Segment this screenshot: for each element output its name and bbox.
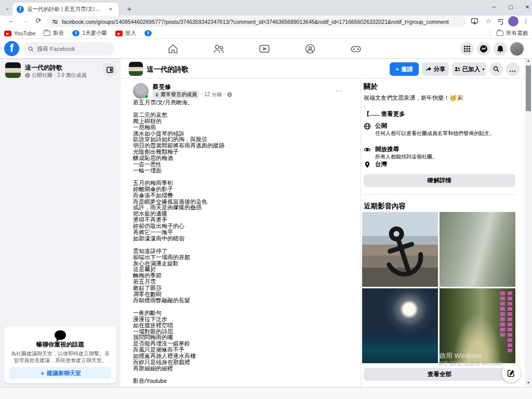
vertical-caption-strip bbox=[500, 291, 505, 338]
video-nav-icon[interactable] bbox=[259, 43, 270, 55]
group-name[interactable]: 這一代的詩歌 bbox=[25, 63, 62, 72]
browser-profile-avatar[interactable] bbox=[508, 16, 518, 26]
member-badge[interactable]: 最常發言的成員 bbox=[153, 90, 199, 99]
facebook-search-input[interactable]: 搜尋 Facebook bbox=[23, 42, 114, 56]
edit-pencil-icon bbox=[507, 369, 515, 377]
public-globe-icon bbox=[364, 123, 371, 130]
bookmark-fb[interactable]: f bbox=[144, 30, 152, 36]
location-pin-icon bbox=[364, 161, 371, 168]
scrollbar-down-arrow[interactable]: ▼ bbox=[525, 381, 532, 384]
collapse-sidebar-button[interactable] bbox=[103, 63, 116, 76]
bookmark-label: 1天廖小蘭 bbox=[82, 30, 107, 37]
notifications-button[interactable] bbox=[494, 42, 507, 56]
poem-line: 若五月霑 bbox=[133, 279, 351, 285]
joined-button[interactable]: 已加入 ▾ bbox=[452, 62, 486, 76]
sidebar-collapse-icon bbox=[107, 66, 113, 73]
privacy-globe-icon bbox=[227, 92, 232, 97]
post-author-name[interactable]: 蔡旻修 bbox=[153, 83, 171, 91]
about-blurb: 祝福文友們文思泉湧，新年快樂！🥳🎉 bbox=[364, 94, 515, 102]
install-app-icon[interactable] bbox=[471, 18, 478, 25]
group-header-title[interactable]: 這一代的詩歌 bbox=[147, 65, 189, 74]
poem-line: 爬上樹枒的 bbox=[133, 118, 351, 125]
poem-line: 這是屬於 bbox=[133, 267, 351, 273]
bookmark-login[interactable]: ▶登入 bbox=[115, 30, 136, 37]
search-icon bbox=[28, 46, 34, 52]
site-settings-icon[interactable] bbox=[52, 19, 58, 25]
poem-line: 妳離開傘的影子 bbox=[133, 187, 351, 193]
group-header-avatar[interactable] bbox=[129, 62, 143, 76]
post-author-avatar[interactable] bbox=[133, 83, 149, 99]
browser-tab-strip: ⌄ f 這一代的詩歌 | 若五月霑/文/月... ✕ + ─ ▢ ✕ bbox=[0, 0, 532, 16]
about-dot: . bbox=[364, 102, 515, 108]
see-more-link[interactable]: 【...... 查看更多 bbox=[364, 110, 515, 118]
youtube-icon: ▶ bbox=[115, 31, 123, 36]
gaming-nav-icon[interactable] bbox=[350, 43, 362, 55]
bookmark-star-icon[interactable]: ☆ bbox=[483, 17, 494, 25]
invite-button[interactable]: +邀請 bbox=[390, 62, 419, 76]
browser-tab[interactable]: f 這一代的詩歌 | 若五月霑/文/月... ✕ bbox=[12, 3, 118, 16]
poem-line: 當二元的哀愁 bbox=[133, 112, 351, 118]
menu-grid-button[interactable] bbox=[460, 42, 474, 56]
chevron-down-icon: ▾ bbox=[482, 67, 484, 72]
window-close-button[interactable]: ✕ bbox=[520, 0, 532, 15]
reading-list-icon[interactable] bbox=[497, 18, 504, 25]
new-tab-button[interactable]: + bbox=[124, 4, 135, 15]
poem-line: 影音/Youtube bbox=[133, 378, 351, 384]
share-button[interactable]: 分享 bbox=[422, 62, 449, 76]
messenger-button[interactable] bbox=[477, 42, 490, 56]
bookmark-fb-page[interactable]: f1天廖小蘭 bbox=[72, 30, 107, 37]
poem-line: 斂起了眼莎 bbox=[133, 285, 351, 291]
post-meta: 最常發言的成員 · 12 分鐘 · bbox=[153, 90, 232, 99]
bookmark-youtube[interactable]: ▶YouTube bbox=[4, 30, 35, 36]
poem-line bbox=[133, 372, 351, 378]
facebook-logo[interactable]: f bbox=[4, 41, 19, 56]
chat-card-description: 為社團建議聊天室，以便即時建立聯繫。若管理員批准建議，系統便會建立聊天室。 bbox=[9, 350, 111, 364]
about-title: 關於 bbox=[364, 82, 515, 91]
url-text[interactable]: facebook.com/groups/1409544602695777/pos… bbox=[62, 19, 449, 25]
group-search-button[interactable] bbox=[489, 62, 503, 76]
group-avatar[interactable] bbox=[5, 62, 21, 78]
privacy-description: 任何人都可以查看社團成員名單和他們發佈的貼文。 bbox=[375, 130, 521, 137]
video-thumb-waterfall[interactable] bbox=[440, 212, 515, 287]
all-bookmarks-button[interactable]: 所有書籤 bbox=[490, 30, 528, 37]
video-thumb-anchor-street[interactable] bbox=[362, 212, 438, 287]
url-bar[interactable]: facebook.com/groups/1409544602695777/pos… bbox=[47, 16, 467, 27]
windows-activation-watermark: 啟用 Windows bbox=[439, 351, 482, 361]
compose-fab-button[interactable] bbox=[502, 364, 521, 382]
poem-line: 醃梅的季節 bbox=[133, 273, 351, 279]
group-more-button[interactable]: … bbox=[506, 62, 520, 76]
location-label: 台灣 bbox=[375, 161, 387, 168]
poem-line bbox=[133, 174, 351, 180]
suggest-chat-button[interactable]: ＋ 建議新聊天室 bbox=[9, 367, 111, 379]
browser-menu-icon[interactable]: ⋮ bbox=[521, 17, 531, 25]
learn-more-button[interactable]: 瞭解詳情 bbox=[364, 174, 515, 187]
tab-close-icon[interactable]: ✕ bbox=[107, 7, 114, 12]
facebook-icon: f bbox=[144, 30, 152, 36]
poem-line: 若五月霑/文/月亮吻海。 bbox=[133, 100, 351, 106]
search-visibility-title: 開放搜尋 bbox=[375, 145, 399, 153]
scrollbar-thumb[interactable] bbox=[526, 65, 531, 111]
window-maximize-button[interactable]: ▢ bbox=[503, 0, 518, 15]
bookmark-folder-videos[interactable]: 影音 bbox=[44, 30, 64, 37]
video-thumb-moon-temple[interactable] bbox=[362, 288, 438, 363]
poem-line: 雲知道該停了 bbox=[133, 248, 351, 255]
badge-icon bbox=[155, 92, 159, 97]
search-icon bbox=[493, 66, 499, 72]
forward-button[interactable]: → bbox=[20, 17, 30, 24]
share-icon bbox=[425, 66, 432, 72]
view-all-button[interactable]: 查看全部 bbox=[364, 368, 515, 381]
back-button[interactable]: ← bbox=[6, 17, 17, 24]
post-more-button[interactable]: … bbox=[336, 85, 343, 93]
window-minimize-button[interactable]: ─ bbox=[486, 0, 502, 15]
scrollbar-up-arrow[interactable]: ▲ bbox=[525, 59, 532, 62]
tab-search-chevron-icon[interactable]: ⌄ bbox=[3, 4, 11, 12]
reload-button[interactable]: ⟳ bbox=[33, 17, 44, 24]
post-timestamp[interactable]: · 12 分鐘 · bbox=[201, 91, 225, 98]
post-text: 若五月霑/文/月亮吻海。 當二元的哀愁爬上樹枒的一咫梅雨滴水如小提琴的傾訴欲說穿… bbox=[133, 100, 351, 384]
invite-label: 邀請 bbox=[401, 65, 413, 73]
groups-nav-icon[interactable] bbox=[304, 43, 316, 55]
poem-line: 如那濛濛雨中的晴宿 bbox=[133, 236, 351, 242]
profile-avatar[interactable] bbox=[510, 42, 524, 56]
friends-nav-icon[interactable] bbox=[213, 43, 224, 55]
home-nav-icon[interactable] bbox=[167, 43, 179, 55]
